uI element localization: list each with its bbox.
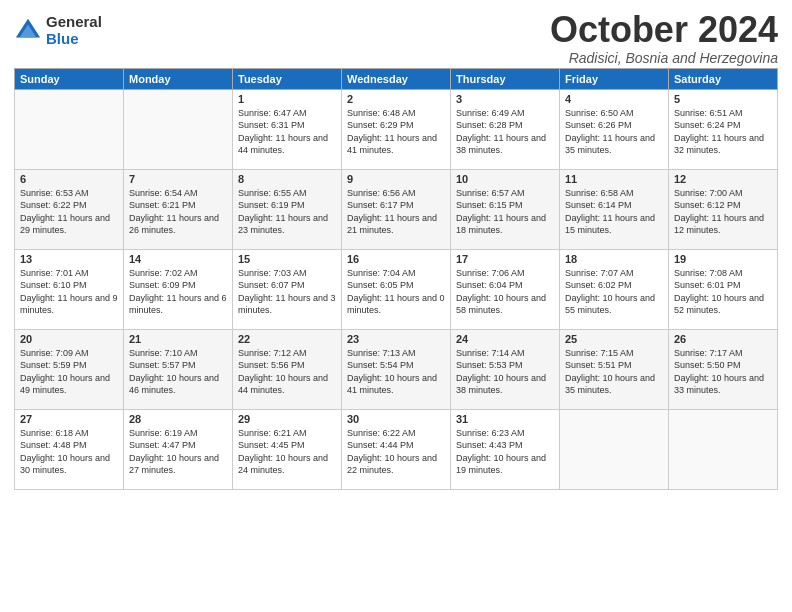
calendar-week-row: 20Sunrise: 7:09 AMSunset: 5:59 PMDayligh…: [15, 329, 778, 409]
day-number: 4: [565, 93, 663, 105]
day-info: Sunrise: 6:51 AMSunset: 6:24 PMDaylight:…: [674, 107, 772, 157]
day-info: Sunrise: 6:54 AMSunset: 6:21 PMDaylight:…: [129, 187, 227, 237]
calendar-week-row: 1Sunrise: 6:47 AMSunset: 6:31 PMDaylight…: [15, 89, 778, 169]
logo-icon: [14, 17, 42, 45]
header: General Blue October 2024 Radisici, Bosn…: [14, 10, 778, 66]
day-number: 27: [20, 413, 118, 425]
calendar-day-cell: 28Sunrise: 6:19 AMSunset: 4:47 PMDayligh…: [124, 409, 233, 489]
calendar-header-row: SundayMondayTuesdayWednesdayThursdayFrid…: [15, 68, 778, 89]
calendar-day-cell: 16Sunrise: 7:04 AMSunset: 6:05 PMDayligh…: [342, 249, 451, 329]
day-info: Sunrise: 6:57 AMSunset: 6:15 PMDaylight:…: [456, 187, 554, 237]
calendar-day-cell: [669, 409, 778, 489]
calendar-day-cell: 21Sunrise: 7:10 AMSunset: 5:57 PMDayligh…: [124, 329, 233, 409]
calendar-day-cell: 25Sunrise: 7:15 AMSunset: 5:51 PMDayligh…: [560, 329, 669, 409]
day-number: 2: [347, 93, 445, 105]
day-number: 29: [238, 413, 336, 425]
calendar-day-cell: 18Sunrise: 7:07 AMSunset: 6:02 PMDayligh…: [560, 249, 669, 329]
day-info: Sunrise: 6:22 AMSunset: 4:44 PMDaylight:…: [347, 427, 445, 477]
calendar-week-row: 13Sunrise: 7:01 AMSunset: 6:10 PMDayligh…: [15, 249, 778, 329]
calendar-day-cell: 4Sunrise: 6:50 AMSunset: 6:26 PMDaylight…: [560, 89, 669, 169]
day-info: Sunrise: 6:47 AMSunset: 6:31 PMDaylight:…: [238, 107, 336, 157]
calendar-day-cell: 27Sunrise: 6:18 AMSunset: 4:48 PMDayligh…: [15, 409, 124, 489]
calendar-header-cell: Tuesday: [233, 68, 342, 89]
day-info: Sunrise: 6:48 AMSunset: 6:29 PMDaylight:…: [347, 107, 445, 157]
day-info: Sunrise: 6:58 AMSunset: 6:14 PMDaylight:…: [565, 187, 663, 237]
calendar-day-cell: 13Sunrise: 7:01 AMSunset: 6:10 PMDayligh…: [15, 249, 124, 329]
day-number: 5: [674, 93, 772, 105]
day-info: Sunrise: 6:18 AMSunset: 4:48 PMDaylight:…: [20, 427, 118, 477]
calendar-header-cell: Friday: [560, 68, 669, 89]
calendar-week-row: 27Sunrise: 6:18 AMSunset: 4:48 PMDayligh…: [15, 409, 778, 489]
location-text: Radisici, Bosnia and Herzegovina: [550, 50, 778, 66]
day-number: 11: [565, 173, 663, 185]
calendar-day-cell: 12Sunrise: 7:00 AMSunset: 6:12 PMDayligh…: [669, 169, 778, 249]
logo-general-text: General: [46, 14, 102, 31]
calendar-header-cell: Sunday: [15, 68, 124, 89]
calendar-day-cell: [124, 89, 233, 169]
day-info: Sunrise: 7:06 AMSunset: 6:04 PMDaylight:…: [456, 267, 554, 317]
calendar-day-cell: 5Sunrise: 6:51 AMSunset: 6:24 PMDaylight…: [669, 89, 778, 169]
day-info: Sunrise: 7:08 AMSunset: 6:01 PMDaylight:…: [674, 267, 772, 317]
title-block: October 2024 Radisici, Bosnia and Herzeg…: [550, 10, 778, 66]
day-number: 19: [674, 253, 772, 265]
calendar-day-cell: 6Sunrise: 6:53 AMSunset: 6:22 PMDaylight…: [15, 169, 124, 249]
calendar-header-cell: Wednesday: [342, 68, 451, 89]
day-number: 25: [565, 333, 663, 345]
calendar-day-cell: [560, 409, 669, 489]
day-info: Sunrise: 7:03 AMSunset: 6:07 PMDaylight:…: [238, 267, 336, 317]
day-info: Sunrise: 6:49 AMSunset: 6:28 PMDaylight:…: [456, 107, 554, 157]
calendar-day-cell: 30Sunrise: 6:22 AMSunset: 4:44 PMDayligh…: [342, 409, 451, 489]
day-number: 20: [20, 333, 118, 345]
calendar-day-cell: 3Sunrise: 6:49 AMSunset: 6:28 PMDaylight…: [451, 89, 560, 169]
day-info: Sunrise: 7:04 AMSunset: 6:05 PMDaylight:…: [347, 267, 445, 317]
calendar-body: 1Sunrise: 6:47 AMSunset: 6:31 PMDaylight…: [15, 89, 778, 489]
day-number: 31: [456, 413, 554, 425]
day-info: Sunrise: 7:09 AMSunset: 5:59 PMDaylight:…: [20, 347, 118, 397]
day-info: Sunrise: 7:17 AMSunset: 5:50 PMDaylight:…: [674, 347, 772, 397]
day-number: 3: [456, 93, 554, 105]
calendar-day-cell: 29Sunrise: 6:21 AMSunset: 4:45 PMDayligh…: [233, 409, 342, 489]
day-number: 22: [238, 333, 336, 345]
calendar-header-cell: Saturday: [669, 68, 778, 89]
day-number: 16: [347, 253, 445, 265]
day-number: 9: [347, 173, 445, 185]
month-title: October 2024: [550, 10, 778, 50]
day-info: Sunrise: 6:53 AMSunset: 6:22 PMDaylight:…: [20, 187, 118, 237]
calendar-day-cell: 23Sunrise: 7:13 AMSunset: 5:54 PMDayligh…: [342, 329, 451, 409]
calendar-table: SundayMondayTuesdayWednesdayThursdayFrid…: [14, 68, 778, 490]
day-info: Sunrise: 7:01 AMSunset: 6:10 PMDaylight:…: [20, 267, 118, 317]
calendar-header-cell: Thursday: [451, 68, 560, 89]
calendar-day-cell: 8Sunrise: 6:55 AMSunset: 6:19 PMDaylight…: [233, 169, 342, 249]
calendar-day-cell: 22Sunrise: 7:12 AMSunset: 5:56 PMDayligh…: [233, 329, 342, 409]
day-number: 13: [20, 253, 118, 265]
day-info: Sunrise: 7:13 AMSunset: 5:54 PMDaylight:…: [347, 347, 445, 397]
day-number: 21: [129, 333, 227, 345]
calendar-week-row: 6Sunrise: 6:53 AMSunset: 6:22 PMDaylight…: [15, 169, 778, 249]
day-info: Sunrise: 7:12 AMSunset: 5:56 PMDaylight:…: [238, 347, 336, 397]
day-number: 30: [347, 413, 445, 425]
calendar-day-cell: 17Sunrise: 7:06 AMSunset: 6:04 PMDayligh…: [451, 249, 560, 329]
logo-blue-text: Blue: [46, 31, 102, 48]
day-number: 14: [129, 253, 227, 265]
calendar-day-cell: 31Sunrise: 6:23 AMSunset: 4:43 PMDayligh…: [451, 409, 560, 489]
calendar-day-cell: 7Sunrise: 6:54 AMSunset: 6:21 PMDaylight…: [124, 169, 233, 249]
day-info: Sunrise: 7:10 AMSunset: 5:57 PMDaylight:…: [129, 347, 227, 397]
day-number: 23: [347, 333, 445, 345]
calendar-day-cell: 11Sunrise: 6:58 AMSunset: 6:14 PMDayligh…: [560, 169, 669, 249]
day-number: 17: [456, 253, 554, 265]
day-number: 28: [129, 413, 227, 425]
calendar-day-cell: 14Sunrise: 7:02 AMSunset: 6:09 PMDayligh…: [124, 249, 233, 329]
day-number: 6: [20, 173, 118, 185]
day-info: Sunrise: 6:21 AMSunset: 4:45 PMDaylight:…: [238, 427, 336, 477]
day-number: 15: [238, 253, 336, 265]
calendar-day-cell: 1Sunrise: 6:47 AMSunset: 6:31 PMDaylight…: [233, 89, 342, 169]
calendar-day-cell: 26Sunrise: 7:17 AMSunset: 5:50 PMDayligh…: [669, 329, 778, 409]
calendar-day-cell: 2Sunrise: 6:48 AMSunset: 6:29 PMDaylight…: [342, 89, 451, 169]
calendar-day-cell: 24Sunrise: 7:14 AMSunset: 5:53 PMDayligh…: [451, 329, 560, 409]
day-number: 24: [456, 333, 554, 345]
day-info: Sunrise: 7:00 AMSunset: 6:12 PMDaylight:…: [674, 187, 772, 237]
day-info: Sunrise: 6:23 AMSunset: 4:43 PMDaylight:…: [456, 427, 554, 477]
day-number: 8: [238, 173, 336, 185]
day-number: 26: [674, 333, 772, 345]
day-number: 18: [565, 253, 663, 265]
